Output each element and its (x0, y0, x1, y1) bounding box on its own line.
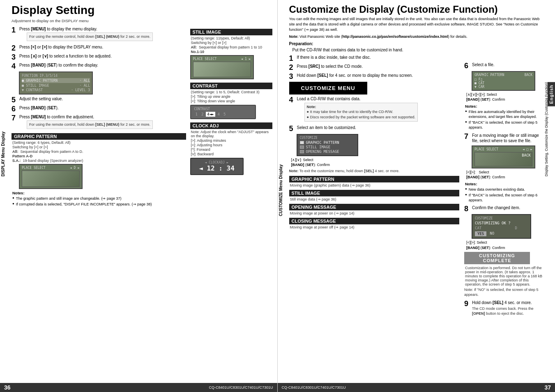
step-5: 5 Adjust the setting value. (12, 96, 186, 104)
completion-description: Customization is performed. Do not turn … (465, 266, 544, 286)
right-opening-message-text: Moving image at power on (⇒ page 14) (290, 211, 460, 215)
left-footer: 36 CQ-C8401U/C8301U/C7401U/C7301U (0, 383, 277, 392)
graphic-pattern-setting-range: (Setting range: 6 types, Default: All) (12, 141, 186, 145)
right-step-9: 9 Hold down [SEL] 4 sec. or more. The CD… (464, 300, 544, 317)
customize-sidebar-label: CUSTOMIZE Menu Display (279, 164, 283, 216)
note-1: The graphic pattern and still image are … (12, 196, 186, 201)
right-page-num: 37 (544, 384, 551, 391)
clock-right: [>]: Adjusting minutes (191, 138, 272, 143)
right-step-8: 8 Confirm the changed item. (464, 205, 544, 212)
preparation-text: Put the CD-R/W that contains data to be … (292, 47, 460, 53)
customize-menu-display: CUSTOMIZE MENU (289, 82, 367, 95)
still-image-section-title: STILL IMAGE (190, 29, 272, 35)
graphic-pattern-section-title: GRAPHIC PATTERN (12, 133, 186, 140)
step-6-key-info: [∧][∨][<][>]: Select [BAND] (SET): Confi… (466, 92, 544, 102)
left-notes: Notes: The graphic pattern and still ima… (12, 191, 186, 207)
left-model: CQ-C8401U/C8301U/C7401U/C7301U (209, 385, 273, 390)
step-3: 3 Press [∧] or [∨] to select a function … (12, 53, 186, 61)
still-image-screen: PLACE SELECT ◄ 1 ► (190, 55, 254, 79)
display-menu-sidebar-label: DISPLAY Menu Display (1, 131, 5, 176)
right-step-2: 2 Press [SRC] to select the CD mode. (289, 64, 460, 71)
contrast-right: [>]: Tilting up view angle (191, 95, 272, 99)
clock-adj-section-title: CLOCK ADJ (190, 122, 272, 129)
step-7: 7 Press [MENU] to confirm the adjustment… (12, 114, 186, 131)
function-screen: FUNCTION IP.3/5/14 ■ GRAPHIC PATTERN· AL… (19, 71, 93, 95)
right-step-3: 3 Hold down [SEL] for 4 sec. or more to … (289, 73, 460, 80)
step-6-note-1: Files are automatically identified by th… (465, 109, 544, 119)
clock-left: [<]: Adjusting hours (191, 143, 272, 147)
right-note-url: Note: Visit Panasonic Web site (http://p… (289, 34, 545, 39)
contrast-setting-range: (Setting range: 1 to 5, Default: Contras… (191, 90, 272, 94)
right-footer: CQ-C8401U/C8301U/C7401U/C7301U 37 (278, 383, 555, 392)
step-6-notes: Notes: Files are automatically identifie… (465, 104, 544, 130)
still-image-setting-range: (Setting range: 11types, Default: All) (191, 36, 272, 40)
step-1-note: For using the remote control, hold down … (27, 32, 153, 41)
step-1: 1 Press [MENU] to display the menu displ… (12, 26, 186, 43)
display-setting-right-label: Display Setting, Customize the Display (… (544, 82, 548, 176)
step-4: 4 Press [BAND] (SET) to confirm the disp… (12, 62, 186, 70)
contrast-screen: CONTRAST 1 2 4◄► 4 5 (190, 105, 256, 119)
step-7-note-1: New data overwrites existing data. (465, 187, 544, 192)
right-step-7: 7 For a moving image file or still image… (464, 133, 544, 144)
step-7-notes: Notes: New data overwrites existing data… (465, 182, 544, 203)
customizing-complete-bar: CUSTOMIZING COMPLETE (464, 252, 530, 264)
right-page-title: Customize the Display (Customize Functio… (289, 4, 545, 15)
right-model: CQ-C8401U/C8301U/C7401U/C7301U (282, 385, 346, 390)
right-graphic-pattern-text: Moving image (graphic pattern) data (⇒ p… (290, 183, 460, 187)
still-image-all: All: Sequential display from pattern 1 t… (191, 45, 272, 49)
step-8-key-info: [<][>]: Select [BAND] (SET): Confirm (466, 240, 544, 250)
graphic-pattern-all: All: Sequential display from pattern A t… (12, 150, 186, 154)
step8-ok-screen: CUSTOMIZE CUSTOMIZING OK ? CAT D YES NO (472, 214, 531, 239)
left-subtitle: Adjustment to display on the DISPLAY men… (12, 18, 272, 23)
step-6-note-2: If "BACK" is selected, the screen of ste… (465, 120, 544, 130)
still-image-no: No.1-10 (191, 50, 272, 54)
step-6: 6 Press [BAND] (SET). (12, 105, 186, 113)
customize-select-screen: CUSTOMIZE GRAPHIC PATTERN STILL IMAGE OP… (297, 134, 358, 156)
place-select-screen: PLACE SELECT ◄ D ► (19, 164, 83, 189)
right-still-image-text: Still image data (⇒ page 36) (290, 197, 460, 201)
graphic-pattern-pattern: Pattern A-D (12, 154, 186, 158)
right-step-5: 5 Select an item to be customized. (289, 125, 460, 132)
step-5-key-info: [∧][∨]: Select [BAND] (SET): Confirm (291, 157, 460, 168)
step6-screen: GRAPHIC PATTERNBACK □ F♫ ■ CAT ▼ CAR (472, 71, 535, 91)
graphic-pattern-switching: Switching by [<] or [>] (12, 145, 186, 149)
step7-screen: PLACE SELECT◄ □ ► BACK (472, 145, 535, 168)
left-page: DISPLAY Menu Display Display Setting Adj… (0, 0, 278, 392)
clock-up: [^]: Forward (191, 148, 272, 152)
right-graphic-pattern-title: GRAPHIC PATTERN (289, 176, 460, 182)
step-9-note: The CD mode comes back. Press the [OPEN]… (472, 306, 544, 316)
right-still-image-title: STILL IMAGE (289, 190, 460, 196)
right-step-6: 6 Select a file. (464, 62, 544, 69)
step-4-note: Note: ● It may take time for the unit to… (304, 103, 418, 122)
right-closing-message-text: Moving image at power off (⇒ page 14) (290, 225, 460, 229)
left-page-num: 36 (4, 384, 11, 391)
clock-adj-note: Note: Adjust the clock when "ADJUST" app… (191, 130, 272, 138)
clock-screen: ◄ CLOCKADJ ► ◄ 12 : 34 (190, 158, 244, 175)
clock-down: [V]: Backward (191, 152, 272, 156)
note-2: If corrupted data is selected, "DISPLAY … (12, 202, 186, 207)
right-opening-message-title: OPENING MESSAGE (289, 204, 460, 210)
left-page-title: Display Setting (12, 4, 272, 17)
contrast-left: [<]: Tilting down view angle (191, 99, 272, 103)
english-label: English (548, 82, 555, 106)
completion-note: Note: If "NO" is selected, the screen of… (464, 287, 544, 297)
step-5-note: Note: To exit the customize menu, hold d… (289, 168, 460, 173)
right-step-4: 4 Load a CD-R/W that contains data. Note… (289, 96, 460, 123)
preparation-title: Preparation: (289, 42, 460, 46)
step-7-note-2: If "BACK" is selected, the screen of ste… (465, 193, 544, 203)
step-2: 2 Press [<] or [>] to display the DISPLA… (12, 44, 186, 52)
right-closing-message-title: CLOSING MESSAGE (289, 218, 460, 224)
graphic-pattern-sa: S.A.: 19-band display (Spectrum analyzer… (12, 159, 186, 163)
still-image-switching: Switching by [<] or [>] (191, 41, 272, 45)
step-7-note: For using the remote control, hold down … (27, 120, 153, 129)
right-page: English Display Setting, Customize the D… (278, 0, 555, 392)
step-7-key-info: [<][>]: Select [BAND] (SET): Confirm (466, 170, 544, 180)
right-intro: You can edit the moving images and still… (289, 16, 545, 32)
contrast-section-title: CONTRAST (190, 83, 272, 89)
right-step-1: 1 If there is a disc inside, take out th… (289, 55, 460, 62)
